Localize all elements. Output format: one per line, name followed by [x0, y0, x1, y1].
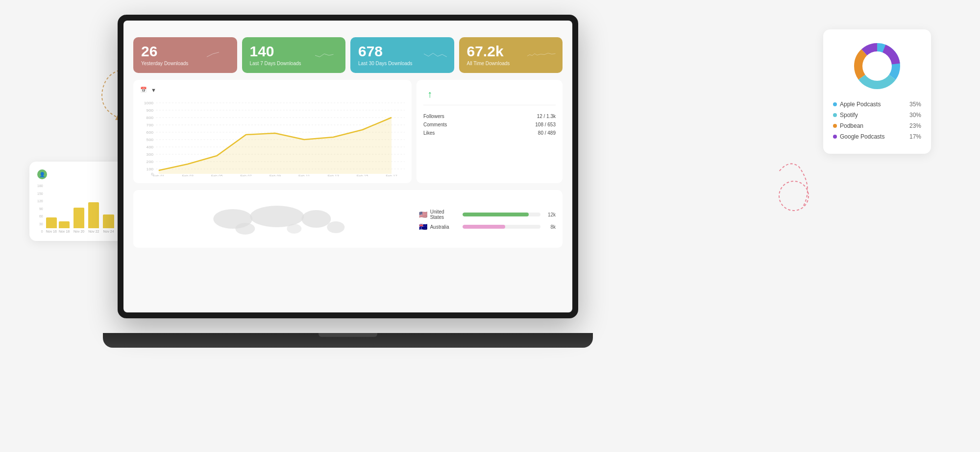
legend-item-podbean: Podbean 23%: [833, 122, 921, 129]
donut-container: [833, 39, 921, 93]
legend-left: Google Podcasts: [833, 133, 884, 140]
legend-item-apple-podcasts: Apple Podcasts 35%: [833, 101, 921, 108]
donut-legend: Apple Podcasts 35% Spotify 30% Podbean 2…: [833, 101, 921, 140]
svg-point-42: [862, 51, 892, 81]
legend-left: Podbean: [833, 122, 863, 129]
svg-text:Feb 15: Feb 15: [357, 174, 368, 176]
svg-text:100: 100: [147, 167, 154, 171]
svg-text:Feb 03: Feb 03: [182, 174, 193, 176]
interaction-table: Followers 12 / 1.3k Comments 108 / 653 L…: [423, 105, 556, 137]
legend-pct: 17%: [909, 133, 921, 140]
daily-listeners-icon: 👤: [37, 169, 47, 179]
country-count: 8k: [543, 224, 556, 230]
sparkline-alltime: [527, 48, 557, 63]
donut-panel: Apple Podcasts 35% Spotify 30% Podbean 2…: [823, 29, 931, 154]
svg-text:Feb 07: Feb 07: [240, 174, 251, 176]
laptop-bezel: 26 Yesterday Downloads 140 Last 7 Days D…: [118, 15, 578, 318]
interaction-rows: Followers 12 / 1.3k Comments 108 / 653 L…: [423, 112, 556, 137]
bar: [46, 217, 57, 228]
legend-dot: [833, 135, 837, 139]
legend-label: Podbean: [840, 122, 863, 129]
svg-text:600: 600: [147, 130, 154, 135]
deco-arrow-right: [774, 157, 823, 215]
country-bar-fill: [463, 225, 506, 229]
stats-panel: ↑ Followers 12 / 1.3k Comments: [416, 80, 563, 183]
stat-cards: 26 Yesterday Downloads 140 Last 7 Days D…: [133, 37, 563, 73]
svg-text:900: 900: [147, 108, 154, 113]
legend-dot: [833, 124, 837, 128]
svg-text:Feb 01: Feb 01: [153, 174, 164, 176]
svg-text:400: 400: [147, 144, 154, 149]
legend-pct: 30%: [909, 112, 921, 119]
bar-label: Nov 16: [46, 230, 57, 233]
middle-section: 📅 ▼: [133, 80, 563, 183]
legend-pct: 23%: [909, 122, 921, 129]
legend-dot: [833, 113, 837, 117]
bar-group: Nov 24: [103, 214, 114, 233]
svg-text:500: 500: [147, 137, 154, 142]
interaction-row: Followers 12 / 1.3k: [423, 112, 556, 120]
svg-point-34: [301, 210, 331, 228]
calendar-icon: 📅: [140, 87, 147, 93]
interaction-row-label: Comments: [423, 122, 447, 127]
bar-label: Nov 20: [74, 230, 84, 233]
bar-label: Nov 24: [103, 230, 114, 233]
world-map: [140, 202, 414, 241]
dashboard: 26 Yesterday Downloads 140 Last 7 Days D…: [123, 21, 572, 312]
legend-pct: 35%: [909, 101, 921, 108]
country-name: United States: [430, 209, 460, 220]
svg-text:300: 300: [147, 152, 154, 157]
date-filter[interactable]: 📅 ▼: [140, 87, 405, 93]
country-row-united-states: 🇺🇸 United States 12k: [419, 209, 556, 220]
svg-point-35: [235, 223, 255, 235]
world-map-svg: [140, 202, 414, 241]
legend-dot: [833, 102, 837, 106]
interaction-row-value: 108 / 653: [535, 122, 556, 127]
line-chart-svg: 1000 900 800 700 600 500 400 300 200 100: [140, 98, 405, 176]
svg-text:Feb 11: Feb 11: [298, 174, 310, 176]
legend-item-spotify: Spotify 30%: [833, 112, 921, 119]
bar-y-axis: 180 150 120 90 60 30 0: [37, 184, 43, 233]
audience-inner: 🇺🇸 United States 12k 🇦🇺 Australia 8k: [140, 202, 556, 241]
country-flag: 🇦🇺: [419, 223, 427, 231]
stat-card-last30: 678 Last 30 Days Downloads: [350, 37, 454, 73]
laptop-base: [103, 333, 593, 348]
laptop: 26 Yesterday Downloads 140 Last 7 Days D…: [118, 15, 578, 348]
svg-point-1: [779, 181, 808, 211]
legend-left: Spotify: [833, 112, 858, 119]
legend-item-google-podcasts: Google Podcasts 17%: [833, 133, 921, 140]
bar-label: Nov 18: [59, 230, 70, 233]
bar-chart: Nov 16Nov 18Nov 20Nov 22Nov 24: [46, 184, 116, 233]
country-flag: 🇺🇸: [419, 211, 427, 218]
stat-card-last7: 140 Last 7 Days Downloads: [242, 37, 346, 73]
arrow-up-icon: ↑: [427, 89, 432, 100]
country-row-australia: 🇦🇺 Australia 8k: [419, 223, 556, 231]
country-name: Australia: [430, 224, 460, 230]
stat-card-yesterday: 26 Yesterday Downloads: [133, 37, 237, 73]
svg-text:Feb 05: Feb 05: [211, 174, 222, 176]
bar: [74, 208, 84, 228]
country-count: 12k: [543, 212, 556, 217]
interaction-row: Likes 80 / 489: [423, 129, 556, 137]
legend-label: Apple Podcasts: [840, 101, 881, 108]
donut-chart-svg: [850, 39, 904, 93]
interaction-row: Comments 108 / 653: [423, 120, 556, 129]
country-bars: 🇺🇸 United States 12k 🇦🇺 Australia 8k: [419, 209, 556, 234]
chevron-down-icon: ▼: [151, 87, 156, 93]
country-bar-track: [463, 225, 540, 229]
percent-badge: ↑: [427, 89, 433, 100]
bar-group: Nov 18: [59, 221, 70, 233]
sparkline-last30: [424, 48, 448, 63]
legend-label: Spotify: [840, 112, 858, 119]
svg-text:700: 700: [147, 122, 154, 127]
bar-label: Nov 22: [88, 230, 99, 233]
line-chart-area: 1000 900 800 700 600 500 400 300 200 100: [140, 98, 405, 176]
svg-point-37: [287, 224, 301, 234]
bar: [88, 202, 99, 228]
legend-left: Apple Podcasts: [833, 101, 881, 108]
svg-text:200: 200: [147, 159, 154, 164]
sparkline-last7: [315, 48, 340, 63]
interaction-row-label: Likes: [423, 130, 435, 136]
laptop-screen: 26 Yesterday Downloads 140 Last 7 Days D…: [123, 21, 572, 312]
svg-point-36: [327, 221, 344, 233]
